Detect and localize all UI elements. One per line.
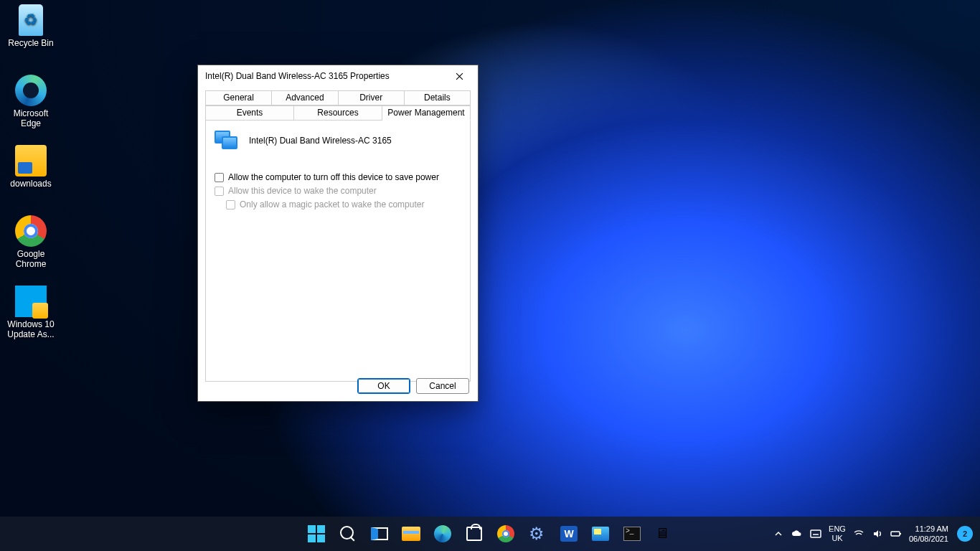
- ok-button[interactable]: OK: [357, 378, 410, 394]
- dialog-title: Intel(R) Dual Band Wireless-AC 3165 Prop…: [205, 71, 445, 81]
- wifi-icon[interactable]: [852, 517, 866, 551]
- checkbox-allow-wake: [215, 187, 224, 196]
- task-view-icon: [371, 527, 388, 540]
- taskbar: W>_ ENG UK 11:29 AM 06/08/2021 2: [0, 517, 980, 551]
- device-manager-icon: [655, 525, 672, 542]
- option-allow-wake: Allow this device to wake the computer: [215, 186, 461, 196]
- taskbar-paint[interactable]: [586, 519, 615, 548]
- lang-secondary: UK: [829, 534, 846, 543]
- close-button[interactable]: [445, 66, 473, 86]
- option-label: Allow this device to wake the computer: [228, 186, 377, 196]
- desktop-icon-google-chrome[interactable]: Google Chrome: [3, 215, 59, 269]
- clock-time: 11:29 AM: [909, 524, 948, 534]
- checkbox-magic-packet: [226, 200, 235, 209]
- tab-driver[interactable]: Driver: [339, 90, 405, 105]
- volume-icon[interactable]: [870, 517, 885, 551]
- svg-rect-2: [900, 533, 901, 534]
- file-explorer-icon: [402, 527, 420, 541]
- taskbar-microsoft-store[interactable]: [460, 519, 489, 548]
- taskbar-pinned-apps: W>_: [302, 519, 678, 548]
- google-chrome-icon: [15, 215, 47, 247]
- desktop-icon-label: downloads: [3, 179, 59, 189]
- network-adapter-icon: [215, 131, 239, 151]
- device-properties-dialog: Intel(R) Dual Band Wireless-AC 3165 Prop…: [197, 65, 479, 402]
- microsoft-edge-icon: [15, 75, 47, 106]
- tab-panel-power-management: Intel(R) Dual Band Wireless-AC 3165 Allo…: [205, 120, 471, 382]
- touch-keyboard-icon[interactable]: [809, 517, 823, 551]
- settings-icon: [529, 525, 546, 542]
- search-icon: [339, 525, 357, 542]
- svg-rect-1: [891, 532, 900, 536]
- windows-10-update-icon: [15, 286, 47, 317]
- command-prompt-icon: >_: [623, 527, 641, 541]
- tab-events[interactable]: Events: [205, 105, 294, 120]
- microsoft-store-icon: [466, 527, 482, 541]
- tab-general[interactable]: General: [205, 90, 272, 105]
- taskbar-edge[interactable]: [428, 519, 457, 548]
- recycle-bin-icon: [19, 4, 43, 36]
- desktop-icon-label: Recycle Bin: [3, 38, 59, 48]
- tab-power-management[interactable]: Power Management: [382, 105, 471, 121]
- svg-rect-0: [811, 530, 821, 537]
- taskbar-command-prompt[interactable]: >_: [618, 519, 646, 548]
- chrome-icon: [497, 525, 514, 542]
- tray-overflow-chevron-icon[interactable]: [771, 517, 786, 551]
- option-allow-power-off[interactable]: Allow the computer to turn off this devi…: [215, 172, 461, 182]
- desktop-wallpaper: [0, 0, 980, 551]
- start-icon: [308, 525, 325, 542]
- checkbox-allow-power-off[interactable]: [215, 173, 224, 182]
- cancel-button[interactable]: Cancel: [416, 378, 469, 394]
- word-icon: W: [560, 526, 578, 542]
- taskbar-chrome[interactable]: [491, 519, 520, 548]
- downloads-icon: [15, 145, 47, 176]
- tab-details[interactable]: Details: [405, 90, 471, 105]
- edge-icon: [434, 525, 451, 542]
- tab-resources[interactable]: Resources: [294, 105, 382, 120]
- device-name-label: Intel(R) Dual Band Wireless-AC 3165: [249, 136, 392, 146]
- option-label: Only allow a magic packet to wake the co…: [240, 199, 424, 209]
- tab-strip: GeneralAdvancedDriverDetails EventsResou…: [198, 87, 478, 120]
- lang-primary: ENG: [829, 524, 846, 534]
- taskbar-settings[interactable]: [523, 519, 552, 548]
- tab-advanced[interactable]: Advanced: [272, 90, 338, 105]
- taskbar-search[interactable]: [334, 519, 362, 548]
- taskbar-task-view[interactable]: [365, 519, 394, 548]
- desktop-icon-downloads[interactable]: downloads: [3, 145, 59, 189]
- desktop-icon-label: Microsoft Edge: [3, 108, 59, 128]
- taskbar-word[interactable]: W: [555, 519, 583, 548]
- option-label: Allow the computer to turn off this devi…: [228, 172, 439, 182]
- battery-icon[interactable]: [889, 517, 903, 551]
- clock[interactable]: 11:29 AM 06/08/2021: [908, 524, 951, 544]
- taskbar-file-explorer[interactable]: [397, 519, 425, 548]
- notifications-badge[interactable]: 2: [957, 526, 973, 542]
- desktop-icon-recycle-bin[interactable]: Recycle Bin: [3, 4, 59, 48]
- paint-icon: [592, 527, 609, 541]
- desktop-icon-windows-10-update[interactable]: Windows 10 Update As...: [3, 286, 59, 339]
- taskbar-start[interactable]: [302, 519, 331, 548]
- taskbar-device-manager[interactable]: [649, 519, 678, 548]
- clock-date: 06/08/2021: [909, 534, 948, 544]
- onedrive-icon[interactable]: [790, 517, 804, 551]
- option-magic-packet: Only allow a magic packet to wake the co…: [226, 199, 461, 209]
- desktop-icon-microsoft-edge[interactable]: Microsoft Edge: [3, 75, 59, 128]
- desktop-icon-label: Google Chrome: [3, 249, 59, 269]
- system-tray: ENG UK 11:29 AM 06/08/2021 2: [771, 517, 977, 551]
- close-icon: [456, 72, 463, 80]
- desktop-icon-label: Windows 10 Update As...: [3, 319, 59, 339]
- language-indicator[interactable]: ENG UK: [827, 524, 847, 543]
- dialog-titlebar[interactable]: Intel(R) Dual Band Wireless-AC 3165 Prop…: [198, 65, 478, 87]
